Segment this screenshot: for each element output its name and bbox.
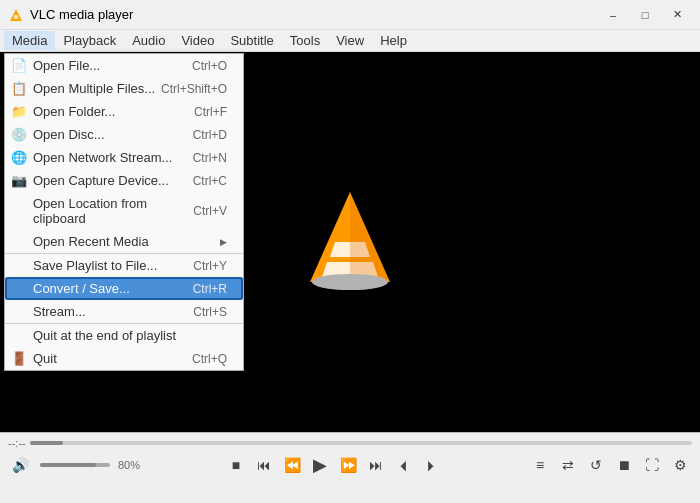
current-time: --:-- — [8, 437, 26, 449]
shuffle-button[interactable]: ⇄ — [556, 453, 580, 477]
files-icon: 📋 — [11, 81, 27, 97]
menu-tools[interactable]: Tools — [282, 31, 328, 50]
controls-area: --:-- 🔊 80% ■ ⏮ ⏪ ▶ ⏩ ⏭ ⏴ ⏵ ≡ ⇄ ↺ ⏹ ⛶ — [0, 432, 700, 501]
extended-button[interactable]: ⚙ — [668, 453, 692, 477]
menu-quit[interactable]: 🚪 Quit Ctrl+Q — [5, 347, 243, 370]
file-icon: 📄 — [11, 58, 27, 74]
menu-bar: Media 📄 Open File... Ctrl+O 📋 Open Multi… — [0, 30, 700, 52]
folder-icon: 📁 — [11, 104, 27, 120]
seek-bar-fill — [30, 441, 63, 445]
seek-bar-container: --:-- — [0, 433, 700, 451]
media-dropdown: 📄 Open File... Ctrl+O 📋 Open Multiple Fi… — [4, 53, 244, 371]
menu-quit-end[interactable]: Quit at the end of playlist — [5, 324, 243, 347]
menu-open-recent[interactable]: Open Recent Media — [5, 230, 243, 254]
svg-point-7 — [312, 274, 388, 290]
menu-help[interactable]: Help — [372, 31, 415, 50]
close-button[interactable]: ✕ — [662, 5, 692, 25]
title-bar-left: VLC media player — [8, 7, 133, 23]
prev-button[interactable]: ⏮ — [252, 453, 276, 477]
network-icon: 🌐 — [11, 150, 27, 166]
menu-open-network[interactable]: 🌐 Open Network Stream... Ctrl+N — [5, 146, 243, 169]
menu-video[interactable]: Video — [173, 31, 222, 50]
stop-button[interactable]: ■ — [224, 453, 248, 477]
forward-button[interactable]: ⏩ — [336, 453, 360, 477]
window-title: VLC media player — [30, 7, 133, 22]
controls-row: 🔊 80% ■ ⏮ ⏪ ▶ ⏩ ⏭ ⏴ ⏵ ≡ ⇄ ↺ ⏹ ⛶ ⚙ — [0, 451, 700, 479]
menu-open-file[interactable]: 📄 Open File... Ctrl+O — [5, 54, 243, 77]
minimize-button[interactable]: – — [598, 5, 628, 25]
quit-icon: 🚪 — [11, 351, 27, 367]
menu-stream[interactable]: Stream... Ctrl+S — [5, 300, 243, 324]
volume-button[interactable]: 🔊 — [8, 453, 32, 477]
svg-marker-5 — [350, 192, 390, 282]
menu-subtitle[interactable]: Subtitle — [222, 31, 281, 50]
play-button[interactable]: ▶ — [308, 453, 332, 477]
volume-label: 80% — [118, 459, 140, 471]
faster-button[interactable]: ⏵ — [420, 453, 444, 477]
volume-fill — [40, 463, 96, 467]
svg-rect-1 — [14, 15, 18, 19]
menu-open-multiple[interactable]: 📋 Open Multiple Files... Ctrl+Shift+O — [5, 77, 243, 100]
app-icon — [8, 7, 24, 23]
menu-media[interactable]: Media 📄 Open File... Ctrl+O 📋 Open Multi… — [4, 31, 55, 50]
menu-view[interactable]: View — [328, 31, 372, 50]
maximize-button[interactable]: □ — [630, 5, 660, 25]
playlist-button[interactable]: ≡ — [528, 453, 552, 477]
menu-open-folder[interactable]: 📁 Open Folder... Ctrl+F — [5, 100, 243, 123]
loop-button[interactable]: ↺ — [584, 453, 608, 477]
menu-save-playlist[interactable]: Save Playlist to File... Ctrl+Y — [5, 254, 243, 277]
title-bar: VLC media player – □ ✕ — [0, 0, 700, 30]
menu-convert-save[interactable]: Convert / Save... Ctrl+R — [5, 277, 243, 300]
seek-bar[interactable] — [30, 441, 692, 445]
menu-open-disc[interactable]: 💿 Open Disc... Ctrl+D — [5, 123, 243, 146]
volume-slider[interactable] — [40, 463, 110, 467]
right-controls: ≡ ⇄ ↺ ⏹ ⛶ ⚙ — [528, 453, 692, 477]
menu-open-capture[interactable]: 📷 Open Capture Device... Ctrl+C — [5, 169, 243, 192]
frame-button[interactable]: ⏹ — [612, 453, 636, 477]
capture-icon: 📷 — [11, 173, 27, 189]
vlc-cone — [300, 187, 400, 297]
next-button[interactable]: ⏭ — [364, 453, 388, 477]
menu-open-location[interactable]: Open Location from clipboard Ctrl+V — [5, 192, 243, 230]
rewind-button[interactable]: ⏪ — [280, 453, 304, 477]
fullscreen-button[interactable]: ⛶ — [640, 453, 664, 477]
menu-audio[interactable]: Audio — [124, 31, 173, 50]
title-bar-controls: – □ ✕ — [598, 5, 692, 25]
menu-playback[interactable]: Playback — [55, 31, 124, 50]
slower-button[interactable]: ⏴ — [392, 453, 416, 477]
disc-icon: 💿 — [11, 127, 27, 143]
